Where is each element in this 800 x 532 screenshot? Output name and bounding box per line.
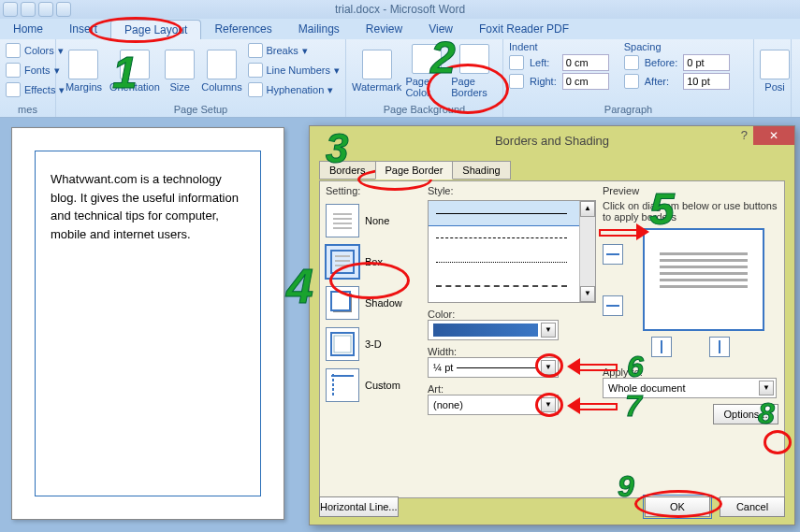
chevron-down-icon[interactable]: ▼ bbox=[541, 323, 556, 338]
watermark-button[interactable]: Watermark bbox=[352, 41, 401, 101]
ok-button[interactable]: OK bbox=[645, 496, 710, 517]
style-scrollbar[interactable]: ▲▼ bbox=[579, 201, 595, 302]
chevron-down-icon[interactable]: ▼ bbox=[759, 381, 774, 395]
redo-icon[interactable] bbox=[38, 2, 53, 17]
setting-box[interactable]: Box bbox=[326, 241, 419, 282]
columns-button[interactable]: Columns bbox=[200, 41, 244, 101]
art-dropdown[interactable]: (none)▼ bbox=[428, 395, 559, 415]
themes-effects-label: Effects bbox=[24, 84, 55, 95]
orientation-button[interactable]: Orientation bbox=[109, 41, 160, 101]
window-title-filename: trial.docx bbox=[335, 3, 380, 16]
setting-shadow-icon bbox=[326, 286, 359, 320]
applyto-dropdown[interactable]: Whole document▼ bbox=[603, 378, 777, 398]
options-button[interactable]: Options... bbox=[713, 404, 778, 424]
size-button[interactable]: Size bbox=[164, 41, 196, 101]
position-icon bbox=[760, 50, 790, 79]
position-button[interactable]: Posi bbox=[760, 41, 790, 101]
color-dropdown[interactable]: ▼ bbox=[428, 320, 559, 340]
setting-none[interactable]: None bbox=[326, 200, 419, 241]
setting-box-label: Box bbox=[365, 256, 383, 267]
scroll-down-icon[interactable]: ▼ bbox=[580, 286, 595, 302]
linenumbers-label: Line Numbers bbox=[267, 65, 330, 76]
applyto-label: Apply to: bbox=[603, 367, 778, 378]
spacing-after-input[interactable] bbox=[683, 73, 730, 90]
svg-rect-9 bbox=[331, 292, 350, 310]
setting-shadow[interactable]: Shadow bbox=[326, 282, 419, 324]
style-option-solid[interactable] bbox=[429, 201, 595, 225]
save-icon[interactable] bbox=[3, 2, 18, 17]
setting-shadow-label: Shadow bbox=[365, 297, 402, 309]
line-numbers-button[interactable]: Line Numbers ▾ bbox=[248, 61, 340, 79]
horizontal-line-button[interactable]: Horizontal Line... bbox=[319, 496, 399, 517]
tab-insert[interactable]: Insert bbox=[56, 20, 110, 38]
tab-review[interactable]: Review bbox=[353, 20, 415, 38]
svg-rect-3 bbox=[333, 227, 352, 229]
width-label: Width: bbox=[428, 346, 596, 357]
group-pagesetup-label: Page Setup bbox=[62, 104, 340, 117]
hyphenation-button[interactable]: Hyphenation ▾ bbox=[248, 80, 340, 99]
indent-left-label: Left: bbox=[530, 57, 557, 68]
breaks-button[interactable]: Breaks ▾ bbox=[248, 41, 340, 60]
setting-custom[interactable]: Custom bbox=[326, 365, 419, 406]
setting-custom-icon bbox=[326, 368, 359, 402]
tab-page-border[interactable]: Page Border bbox=[375, 161, 454, 180]
style-option-dashdot[interactable] bbox=[429, 274, 595, 298]
style-option-dot[interactable] bbox=[429, 250, 595, 274]
setting-none-icon bbox=[326, 204, 359, 237]
breaks-icon bbox=[248, 43, 263, 58]
columns-icon bbox=[207, 50, 237, 79]
margins-button[interactable]: Margins bbox=[62, 41, 106, 101]
svg-rect-7 bbox=[335, 265, 350, 266]
edge-left-button[interactable] bbox=[651, 337, 672, 357]
art-value: (none) bbox=[433, 399, 463, 410]
page-borders-label: Page Borders bbox=[451, 76, 497, 98]
qat-more-icon[interactable] bbox=[56, 2, 71, 17]
style-label: Style: bbox=[428, 185, 596, 196]
themes-fonts-label: Fonts bbox=[24, 65, 51, 76]
edge-right-button[interactable] bbox=[709, 337, 730, 357]
tab-foxit[interactable]: Foxit Reader PDF bbox=[466, 20, 582, 38]
setting-3d[interactable]: 3-D bbox=[326, 324, 419, 365]
indent-right-icon bbox=[509, 74, 524, 89]
tab-mailings[interactable]: Mailings bbox=[285, 20, 353, 38]
page[interactable]: Whatvwant.com is a technology blog. It g… bbox=[11, 127, 284, 520]
scroll-up-icon[interactable]: ▲ bbox=[580, 201, 595, 217]
spacing-before-input[interactable] bbox=[683, 54, 730, 71]
art-label: Art: bbox=[428, 383, 596, 395]
dialog-tabs: Borders Page Border Shading bbox=[319, 160, 785, 179]
indent-right-label: Right: bbox=[530, 76, 557, 87]
linenumbers-icon bbox=[248, 63, 263, 78]
tab-borders[interactable]: Borders bbox=[319, 161, 376, 180]
page-borders-button[interactable]: Page Borders bbox=[451, 41, 497, 101]
tab-home[interactable]: Home bbox=[0, 20, 56, 38]
tab-page-layout[interactable]: Page Layout bbox=[110, 20, 201, 39]
page-borders-icon bbox=[459, 44, 489, 74]
spacing-after-icon bbox=[624, 74, 639, 89]
color-label: Color: bbox=[428, 309, 596, 320]
tab-references[interactable]: References bbox=[201, 20, 284, 38]
group-paragraph-label: Paragraph bbox=[509, 104, 748, 117]
style-option-dash[interactable] bbox=[429, 225, 595, 250]
edge-bottom-button[interactable] bbox=[603, 295, 623, 316]
spacing-after-label: After: bbox=[645, 76, 677, 87]
preview-label: Preview bbox=[603, 185, 778, 196]
preview-diagram[interactable] bbox=[643, 228, 764, 331]
edge-top-button[interactable] bbox=[603, 244, 623, 265]
dialog-help-icon[interactable]: ? bbox=[741, 128, 748, 142]
tab-shading[interactable]: Shading bbox=[452, 161, 510, 180]
hyphenation-label: Hyphenation bbox=[267, 84, 325, 95]
page-color-button[interactable]: Page Color bbox=[405, 41, 447, 101]
breaks-label: Breaks bbox=[267, 45, 298, 56]
chevron-down-icon[interactable]: ▼ bbox=[541, 360, 556, 375]
undo-icon[interactable] bbox=[21, 2, 36, 17]
cancel-button[interactable]: Cancel bbox=[720, 496, 785, 517]
indent-right-input[interactable] bbox=[562, 73, 609, 90]
chevron-down-icon[interactable]: ▼ bbox=[541, 397, 556, 412]
title-bar: trial.docx - Microsoft Word bbox=[0, 0, 800, 19]
group-pagebg-label: Page Background bbox=[352, 104, 497, 117]
dialog-close-button[interactable]: ✕ bbox=[753, 126, 794, 145]
style-listbox[interactable]: ▲▼ bbox=[428, 200, 596, 303]
width-dropdown[interactable]: ¼ pt ▼ bbox=[428, 357, 559, 378]
indent-left-input[interactable] bbox=[562, 54, 609, 71]
tab-view[interactable]: View bbox=[415, 20, 466, 38]
